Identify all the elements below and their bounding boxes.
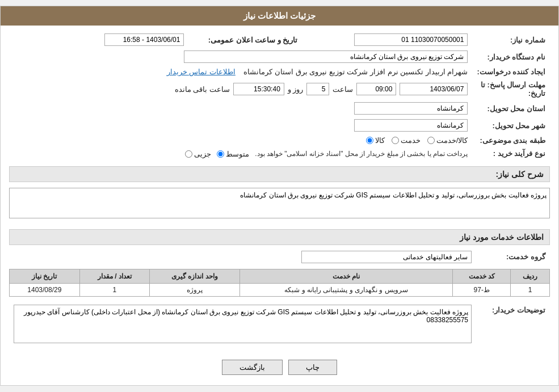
description-textarea[interactable] <box>9 188 550 218</box>
kala-khidmat-label: کالا/خدمت <box>436 136 468 145</box>
requester-value: شهرام اربیدار تکنسین نرم افزار شرکت توزی… <box>243 68 468 76</box>
deadline-remaining-input[interactable] <box>233 83 284 95</box>
col-code: کد خدمت <box>453 269 511 283</box>
category-kala[interactable]: کالا <box>366 136 385 145</box>
deadline-label: مهلت ارسال پاسخ: تا تاریخ: <box>472 78 550 100</box>
pub-date-label: تاریخ و ساعت اعلان عمومی: <box>208 36 298 44</box>
col-row: ردیف <box>511 269 550 283</box>
category-label: طبقه بندی موضوعی: <box>472 134 550 147</box>
deadline-remaining-label: ساعت باقی مانده <box>175 85 230 94</box>
province-input[interactable] <box>354 102 468 115</box>
service-group-input[interactable] <box>301 251 472 263</box>
back-button[interactable]: بازگشت <box>222 360 283 375</box>
city-label: شهر محل تحویل: <box>472 117 550 134</box>
table-row: 1 ط-97 سرویس و نگهداری و پشتیبانی رایانه… <box>10 283 550 296</box>
button-row: چاپ بازگشت <box>9 353 550 380</box>
service-group-label: گروه خدمت: <box>476 248 550 265</box>
requester-contact-link[interactable]: اطلاعات تماس خریدار <box>167 68 236 76</box>
jozi-label: جزیی <box>194 150 211 158</box>
row-unit: پروژه <box>150 283 239 296</box>
deadline-day-label: روز و <box>288 85 304 94</box>
pub-date-input[interactable] <box>104 33 184 46</box>
services-section-title: اطلاعات خدمات مورد نیاز <box>9 229 550 245</box>
city-input[interactable] <box>354 119 468 132</box>
process-label: نوع فرآیند خرید : <box>472 147 550 161</box>
row-number: 1 <box>511 283 550 296</box>
process-note: پرداخت تمام یا بخشی از مبلغ خریدار از مح… <box>255 150 468 158</box>
deadline-days-input[interactable] <box>306 83 329 95</box>
category-kala-khidmat[interactable]: کالا/خدمت <box>427 136 468 145</box>
print-button[interactable]: چاپ <box>288 360 337 375</box>
row-need-date: 1403/08/29 <box>10 283 80 296</box>
jozi-radio[interactable] <box>185 150 192 158</box>
request-number-input[interactable] <box>354 33 468 46</box>
process-motaset[interactable]: متوسط <box>217 150 249 158</box>
services-table: ردیف کد خدمت نام خدمت واحد اندازه گیری ت… <box>9 269 550 297</box>
process-radio-group: پرداخت تمام یا بخشی از مبلغ خریدار از مح… <box>185 150 468 158</box>
col-unit: واحد اندازه گیری <box>150 269 239 283</box>
category-khidmat[interactable]: خدمت <box>392 136 421 145</box>
buyer-org-label: نام دستگاه خریدار: <box>472 48 550 65</box>
deadline-time-input[interactable] <box>356 83 396 95</box>
process-jozi[interactable]: جزیی <box>185 150 211 158</box>
kala-radio[interactable] <box>366 137 373 144</box>
description-label: شرح کلی نیاز: <box>496 170 544 179</box>
col-qty: تعداد / مقدار <box>79 269 150 283</box>
row-code: ط-97 <box>453 283 511 296</box>
category-radio-group: کالا/خدمت خدمت کالا <box>366 136 468 145</box>
page-header: جزئیات اطلاعات نیاز <box>1 6 558 26</box>
deadline-time-label: ساعت <box>333 85 353 94</box>
motaset-label: متوسط <box>226 150 249 158</box>
col-date: تاریخ نیاز <box>10 269 80 283</box>
buyer-desc-label: توضیحات خریدار: <box>476 302 550 347</box>
request-number-label: شماره نیاز: <box>472 31 550 48</box>
buyer-org-input[interactable] <box>184 50 468 63</box>
deadline-date-input[interactable] <box>400 83 468 95</box>
requester-label: ایجاد کننده درخواست: <box>472 65 550 78</box>
page-title: جزئیات اطلاعات نیاز <box>243 11 316 20</box>
province-label: استان محل تحویل: <box>472 100 550 117</box>
row-qty: 1 <box>79 283 150 296</box>
motaset-radio[interactable] <box>217 150 224 158</box>
khidmat-radio[interactable] <box>392 137 399 144</box>
row-service-name: سرویس و نگهداری و پشتیبانی رایانه و شبکه <box>239 283 453 296</box>
kala-khidmat-radio[interactable] <box>427 137 435 144</box>
description-section-label: شرح کلی نیاز: <box>9 166 550 182</box>
col-name: نام خدمت <box>239 269 453 283</box>
kala-label: کالا <box>375 136 385 145</box>
buyer-desc-textarea[interactable] <box>14 305 472 343</box>
khidmat-label: خدمت <box>401 136 421 145</box>
